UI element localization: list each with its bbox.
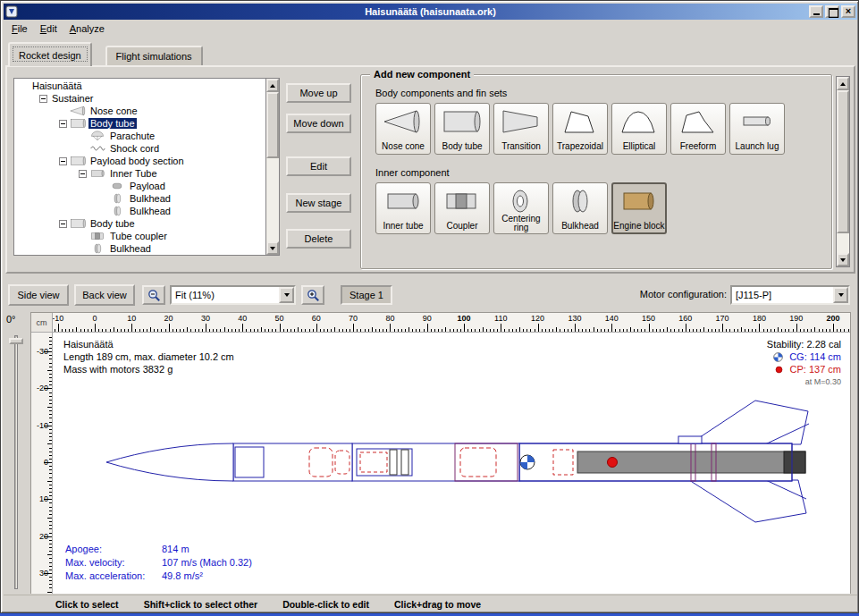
freeform-icon bbox=[678, 108, 717, 135]
bulkhead-icon bbox=[109, 193, 125, 204]
palette-scrollbar[interactable] bbox=[836, 76, 850, 267]
motor-configuration-label: Motor configuration: bbox=[594, 289, 727, 300]
tab-rocket-design[interactable]: Rocket design bbox=[8, 42, 92, 66]
bulkhead-icon bbox=[109, 206, 125, 216]
design-tree[interactable]: HaisunäätäSustainerNose coneBody tubePar… bbox=[13, 78, 265, 256]
motor-configuration-select[interactable]: [J115-P] bbox=[730, 285, 850, 305]
close-button[interactable]: × bbox=[841, 5, 855, 18]
expander-minus-icon[interactable] bbox=[79, 170, 87, 178]
tree-item-shock-cord[interactable]: Shock cord bbox=[14, 142, 265, 155]
add-freeform-button[interactable]: Freeform bbox=[670, 103, 726, 155]
add-centering-ring-button[interactable]: Centering ring bbox=[493, 182, 549, 234]
tree-item-parachute[interactable]: Parachute bbox=[14, 130, 265, 142]
ruler-unit: cm bbox=[31, 313, 53, 333]
body-tube-icon bbox=[70, 118, 86, 129]
tree-item-nose-cone[interactable]: Nose cone bbox=[14, 105, 265, 117]
tree-item-label: Shock cord bbox=[108, 143, 161, 154]
tree-item-bulkhead[interactable]: Bulkhead bbox=[14, 205, 265, 217]
zoom-out-button[interactable] bbox=[142, 285, 165, 305]
zoom-select[interactable]: Fit (11%) bbox=[170, 285, 296, 305]
tree-scrollbar[interactable] bbox=[265, 78, 280, 256]
payload-icon bbox=[109, 181, 125, 191]
fin-bottom bbox=[689, 480, 806, 522]
scrollbar-thumb[interactable] bbox=[266, 92, 279, 158]
tree-item-inner-tube[interactable]: Inner Tube bbox=[14, 167, 265, 180]
maximize-button[interactable] bbox=[825, 5, 839, 18]
scrollbar-track[interactable] bbox=[266, 92, 279, 241]
cp-icon bbox=[774, 365, 784, 375]
side-view-button[interactable]: Side view bbox=[8, 284, 69, 306]
chevron-down-icon[interactable] bbox=[833, 287, 848, 303]
ruler-label: -10 bbox=[53, 314, 63, 323]
engine-block-icon bbox=[619, 188, 658, 215]
new-stage-button[interactable]: New stage bbox=[286, 193, 351, 213]
move-down-button[interactable]: Move down bbox=[286, 114, 351, 133]
menu-file[interactable]: File bbox=[5, 21, 34, 36]
title-bar[interactable]: Haisunäätä (haisunaata.ork) × bbox=[4, 4, 857, 20]
shock-cord-icon bbox=[89, 143, 105, 154]
edit-button[interactable]: Edit bbox=[286, 156, 351, 176]
ruler-label: 150 bbox=[642, 314, 655, 323]
move-up-button[interactable]: Move up bbox=[286, 83, 351, 103]
tree-item-haisun-t[interactable]: Haisunäätä bbox=[14, 80, 265, 92]
rocket-name: Haisunäätä bbox=[63, 338, 234, 350]
scroll-down-button[interactable] bbox=[266, 241, 279, 255]
minimize-button[interactable] bbox=[809, 5, 823, 18]
centering-ring-icon bbox=[501, 188, 540, 215]
ruler-label: 20 bbox=[164, 314, 173, 323]
tree-item-payload-body-section[interactable]: Payload body section bbox=[14, 155, 265, 167]
add-transition-button[interactable]: Transition bbox=[493, 103, 549, 155]
expander-minus-icon[interactable] bbox=[59, 120, 67, 128]
tree-item-label: Bulkhead bbox=[128, 193, 173, 204]
tree-item-label: Payload body section bbox=[88, 156, 186, 166]
tree-item-payload[interactable]: Payload bbox=[14, 180, 265, 192]
fin-top bbox=[689, 401, 808, 444]
expander-minus-icon[interactable] bbox=[59, 157, 67, 165]
status-hint: Click to select bbox=[55, 599, 119, 610]
horizontal-ruler: -100102030405060708090100110120130140150… bbox=[53, 313, 850, 333]
add-trapezoidal-button[interactable]: Trapezoidal bbox=[552, 103, 608, 155]
menu-edit[interactable]: Edit bbox=[34, 21, 63, 36]
tree-item-body-tube[interactable]: Body tube bbox=[14, 217, 265, 230]
rocket-view: cm -100102030405060708090100110120130140… bbox=[30, 312, 851, 594]
scroll-up-button[interactable] bbox=[266, 79, 279, 92]
stage-1-toggle[interactable]: Stage 1 bbox=[341, 285, 392, 305]
app-icon[interactable] bbox=[5, 5, 18, 18]
menu-analyze[interactable]: Analyze bbox=[63, 21, 111, 36]
rocket-canvas[interactable]: Haisunäätä Length 189 cm, max. diameter … bbox=[53, 333, 850, 594]
add-elliptical-button[interactable]: Elliptical bbox=[611, 103, 667, 155]
expander-minus-icon[interactable] bbox=[39, 95, 47, 103]
tab-flight-simulations[interactable]: Flight simulations bbox=[105, 46, 203, 65]
delete-button[interactable]: Delete bbox=[286, 229, 351, 249]
rotation-slider-handle[interactable] bbox=[9, 338, 23, 344]
body-tube-forward bbox=[233, 443, 352, 481]
scroll-down-button[interactable] bbox=[837, 253, 849, 266]
body-tube-icon bbox=[442, 108, 481, 135]
transition-icon bbox=[501, 108, 540, 135]
tree-item-bulkhead[interactable]: Bulkhead bbox=[14, 192, 265, 205]
tree-item-tube-coupler[interactable]: Tube coupler bbox=[14, 230, 265, 242]
add-bulkhead-button[interactable]: Bulkhead bbox=[552, 182, 608, 234]
add-body-tube-button[interactable]: Body tube bbox=[434, 103, 490, 155]
tree-item-sustainer[interactable]: Sustainer bbox=[14, 92, 265, 105]
expander-minus-icon[interactable] bbox=[59, 220, 67, 228]
rotation-slider[interactable] bbox=[14, 335, 18, 589]
tree-item-body-tube[interactable]: Body tube bbox=[14, 117, 265, 130]
stat-row: Apogee:814 m bbox=[65, 543, 252, 556]
add-coupler-button[interactable]: Coupler bbox=[434, 182, 490, 234]
rocket-mass: Mass with motors 3832 g bbox=[63, 363, 234, 376]
add-launch-lug-button[interactable]: Launch lug bbox=[729, 103, 785, 155]
rocket-dimensions: Length 189 cm, max. diameter 10.2 cm bbox=[63, 350, 234, 363]
zoom-in-button[interactable] bbox=[301, 285, 324, 305]
scrollbar-track[interactable] bbox=[837, 90, 849, 253]
add-inner-tube-button[interactable]: Inner tube bbox=[375, 182, 431, 234]
add-engine-block-button[interactable]: Engine block bbox=[611, 182, 667, 234]
tree-item-label: Tube coupler bbox=[108, 231, 169, 241]
back-view-button[interactable]: Back view bbox=[74, 284, 135, 306]
add-nose-cone-button[interactable]: Nose cone bbox=[375, 103, 431, 155]
chevron-down-icon[interactable] bbox=[279, 287, 294, 303]
scroll-up-button[interactable] bbox=[837, 77, 849, 90]
tree-item-bulkhead[interactable]: Bulkhead bbox=[14, 242, 265, 255]
body-tube-icon bbox=[70, 218, 86, 229]
scrollbar-thumb[interactable] bbox=[837, 90, 849, 233]
